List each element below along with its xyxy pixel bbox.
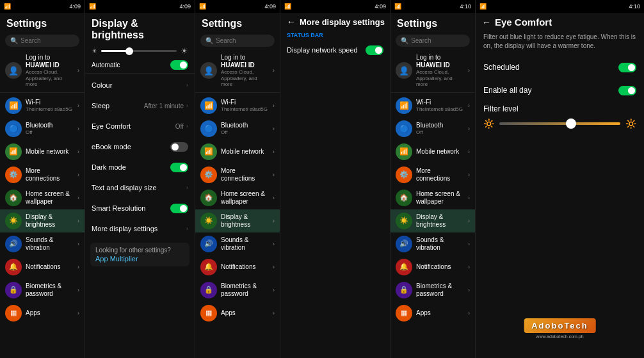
looking-for-label: Looking for other settings? — [95, 247, 184, 254]
mobile-icon-1: 📶 — [5, 143, 22, 160]
more-display-settings-panel: 📶 4:09 ← More display settings STATUS BA… — [280, 0, 390, 358]
list-item-huawei-1[interactable]: 👤 Log in to HUAWEI ID Access Cloud, AppG… — [0, 51, 85, 91]
list-item-apps-1[interactable]: ▦ Apps › — [0, 302, 85, 325]
chevron-huawei-5: › — [468, 67, 470, 74]
brightness-thumb — [125, 47, 133, 55]
list-item-apps-5[interactable]: ▦ Apps › — [390, 302, 475, 325]
list-item-sounds-5[interactable]: 🔊 Sounds & vibration › — [390, 232, 475, 256]
mobile-icon-5: 📶 — [396, 143, 412, 160]
brightness-slider[interactable] — [101, 50, 177, 52]
watermark-subtext: www.adobotech.com.ph — [524, 334, 596, 339]
automatic-row: Automatic — [85, 58, 195, 72]
huawei-text-3: Log in to HUAWEI ID Access Cloud, AppGal… — [221, 54, 269, 88]
scheduled-toggle[interactable] — [618, 63, 636, 72]
signal-icon-6: 📶 — [479, 3, 487, 10]
list-item-sounds-1[interactable]: 🔊 Sounds & vibration › — [0, 232, 85, 256]
wifi-icon-1: 📶 — [5, 97, 22, 114]
settings-list-5: 👤 Log in to HUAWEI ID Access Cloud, AppG… — [390, 51, 475, 358]
list-item-wifi-5[interactable]: 📶 Wi-Fi TheInterneti s8ad5G › — [390, 94, 475, 117]
darkmode-toggle[interactable] — [170, 163, 188, 172]
display-moresettings-item[interactable]: More display settings › — [85, 218, 195, 239]
list-item-bluetooth-1[interactable]: 🔵 Bluetooth Off › — [0, 117, 85, 140]
list-item-notif-5[interactable]: 🔔 Notifications › — [390, 256, 475, 279]
display-ebook-item[interactable]: eBook mode — [85, 136, 195, 157]
list-item-conn-3[interactable]: ⚙️ More connections › — [195, 163, 280, 186]
list-item-mobile-1[interactable]: 📶 Mobile network › — [0, 140, 85, 163]
list-item-bio-5[interactable]: 🔒 Biometrics & password › — [390, 279, 475, 302]
network-speed-toggle[interactable] — [366, 45, 383, 55]
list-item-huawei-3[interactable]: 👤 Log in to HUAWEI ID Access Cloud, AppG… — [195, 51, 280, 91]
ebook-toggle[interactable] — [170, 142, 188, 152]
connections-text-1: More connections — [26, 167, 74, 183]
list-item-display-1[interactable]: ☀️ Display & brightness › — [0, 209, 85, 232]
display-smartres-item[interactable]: Smart Resolution — [85, 198, 195, 218]
chevron-conn-5: › — [468, 172, 470, 178]
chevron-display-3: › — [273, 218, 275, 224]
list-item-home-3[interactable]: 🏠 Home screen & wallpaper › — [195, 186, 280, 209]
list-item-wifi-3[interactable]: 📶 Wi-Fi TheInterneti s8ad5G › — [195, 94, 280, 117]
list-item-apps-3[interactable]: ▦ Apps › — [195, 302, 280, 325]
scheduled-item[interactable]: Scheduled — [476, 56, 644, 79]
display-darkmode-item[interactable]: Dark mode — [85, 157, 195, 177]
display-eyecomfort-item[interactable]: Eye Comfort Off › — [85, 116, 195, 136]
search-bar-5[interactable]: 🔍 — [396, 35, 470, 47]
smartres-toggle[interactable] — [170, 204, 188, 213]
filter-slider-container[interactable]: 🔆 🔆 — [483, 118, 636, 129]
enable-all-day-toggle[interactable] — [618, 86, 636, 95]
status-bar-2: 📶 4:09 — [85, 0, 195, 13]
status-icons-right-3: 4:09 — [264, 3, 276, 10]
list-item-connections-1[interactable]: ⚙️ More connections › — [0, 163, 85, 186]
time-4: 4:09 — [374, 3, 386, 10]
back-arrow-4[interactable]: ← — [287, 17, 296, 27]
status-icons-left-3: 📶 — [199, 3, 206, 10]
list-item-display-3[interactable]: ☀️ Display & brightness › — [195, 209, 280, 232]
enable-all-day-label: Enable all day — [483, 86, 618, 95]
enable-all-day-item[interactable]: Enable all day — [476, 79, 644, 102]
chevron-sounds-5: › — [468, 241, 470, 247]
back-arrow-6[interactable]: ← — [482, 17, 491, 28]
app-multiplier-link[interactable]: App Multiplier — [95, 255, 184, 263]
huawei-avatar-3: 👤 — [200, 62, 217, 79]
list-item-mobile-3[interactable]: 📶 Mobile network › — [195, 140, 280, 163]
brightness-track — [101, 50, 177, 52]
list-item-notif-3[interactable]: 🔔 Notifications › — [195, 256, 280, 279]
list-item-bt-5[interactable]: 🔵 Bluetooth Off › — [390, 117, 475, 140]
display-colour-item[interactable]: Colour › — [85, 75, 195, 95]
search-input-3[interactable] — [216, 37, 270, 44]
status-icons-right-6: 4:10 — [629, 3, 640, 10]
list-item-conn-5[interactable]: ⚙️ More connections › — [390, 163, 475, 186]
list-item-bio-3[interactable]: 🔒 Biometrics & password › — [195, 279, 280, 302]
search-bar-1[interactable]: 🔍 — [5, 35, 79, 47]
list-item-notif-1[interactable]: 🔔 Notifications › — [0, 256, 85, 279]
display-settings-list: Colour › Sleep After 1 minute › Eye Comf… — [85, 75, 195, 358]
list-item-huawei-5[interactable]: 👤 Log in to HUAWEI ID Access Cloud, AppG… — [390, 51, 475, 91]
list-item-home-5[interactable]: 🏠 Home screen & wallpaper › — [390, 186, 475, 209]
bluetooth-icon-1: 🔵 — [5, 120, 22, 137]
chevron-huawei-3: › — [273, 67, 275, 74]
sun-bright-icon: ☀ — [181, 46, 188, 56]
watermark-container: AdoboTech www.adobotech.com.ph — [524, 318, 596, 339]
list-item-homescreen-1[interactable]: 🏠 Home screen & wallpaper › — [0, 186, 85, 209]
chevron-bio-5: › — [468, 287, 470, 293]
search-input-5[interactable] — [411, 37, 465, 44]
display-textsize-item[interactable]: Text and display size › — [85, 177, 195, 198]
list-item-wifi-1[interactable]: 📶 Wi-Fi TheInterneti s8ad5G › — [0, 94, 85, 117]
list-item-sounds-3[interactable]: 🔊 Sounds & vibration › — [195, 232, 280, 256]
sounds-icon-3: 🔊 — [200, 236, 217, 252]
list-item-bio-1[interactable]: 🔒 Biometrics & password › — [0, 279, 85, 302]
search-input-1[interactable] — [20, 37, 74, 44]
list-item-bt-3[interactable]: 🔵 Bluetooth Off › — [195, 117, 280, 140]
time-3: 4:09 — [264, 3, 276, 10]
section-header-statusbar: STATUS BAR — [280, 29, 390, 40]
divider — [0, 92, 85, 93]
apps-icon-1: ▦ — [5, 305, 22, 321]
display-network-speed-item[interactable]: Display network speed — [280, 40, 390, 60]
list-item-mobile-5[interactable]: 📶 Mobile network › — [390, 140, 475, 163]
status-icons-left-2: 📶 — [89, 3, 96, 10]
display-sleep-item[interactable]: Sleep After 1 minute › — [85, 95, 195, 116]
chevron-wifi-1: › — [77, 102, 79, 109]
list-item-display-5[interactable]: ☀️ Display & brightness › — [390, 209, 475, 232]
automatic-toggle[interactable] — [170, 60, 188, 70]
search-bar-3[interactable]: 🔍 — [200, 35, 275, 47]
bio-icon-1: 🔒 — [5, 282, 22, 298]
